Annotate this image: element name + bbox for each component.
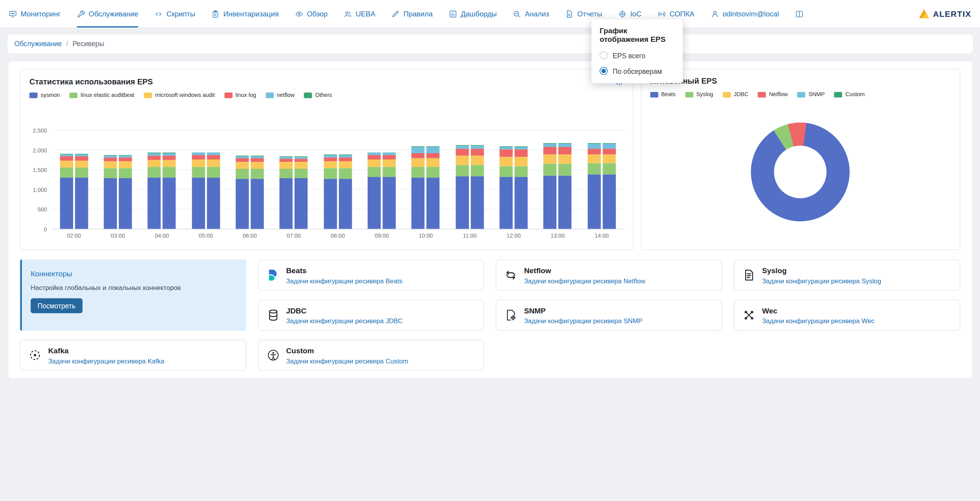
legend-label: Custom xyxy=(845,91,865,98)
y-axis-tick: 2,000 xyxy=(33,147,47,154)
bar-segment-linux-elastic-auditbeat xyxy=(339,168,352,179)
instant-legend: BeatsSyslogJDBCNetflowSNMPCustom xyxy=(650,91,951,98)
receiver-name: Netflow xyxy=(524,266,645,275)
user-menu[interactable]: odintsovim@local xyxy=(711,0,779,27)
nav-item-monitoring[interactable]: Мониторинг xyxy=(9,0,60,27)
stacked-bar xyxy=(339,131,352,229)
legend-label: Others xyxy=(315,92,332,98)
stacked-bar xyxy=(383,131,396,229)
breadcrumb-link-maintenance[interactable]: Обслуживание xyxy=(14,40,62,47)
report-icon xyxy=(565,10,574,18)
stacked-bar xyxy=(603,131,616,229)
usage-bars xyxy=(52,131,624,229)
nav-item-label: СОПКА xyxy=(670,10,694,18)
legend-item-custom[interactable]: Custom xyxy=(834,91,865,98)
nav-item-dashboards[interactable]: Дашборды xyxy=(449,0,497,27)
legend-item-beats[interactable]: Beats xyxy=(650,91,676,98)
legend-item-microsoft-windows-audit[interactable]: microsoft windows audit xyxy=(144,92,215,98)
legend-item-others[interactable]: Others xyxy=(304,92,332,98)
bar-group-10-00 xyxy=(404,131,448,229)
bar-segment-sysmon xyxy=(559,175,572,229)
x-axis-label: 11:00 xyxy=(448,233,492,239)
nav-item-label: IoC xyxy=(630,10,642,18)
top-nav-items: МониторингОбслуживаниеСкриптыИнвентариза… xyxy=(9,0,803,27)
popup-options: EPS всегоПо обсерверам xyxy=(599,51,674,75)
bar-segment-linux-elastic-auditbeat xyxy=(383,167,396,177)
legend-label: netflow xyxy=(277,92,295,98)
legend-item-sysmon[interactable]: sysmon xyxy=(29,92,60,98)
receiver-config-link[interactable]: Задачи конфигурации ресивера JDBC xyxy=(286,317,402,324)
x-axis-label: 03:00 xyxy=(96,233,140,239)
nav-item-label: Обслуживание xyxy=(89,10,138,18)
legend-label: Syslog xyxy=(696,91,713,98)
bar-segment-sysmon xyxy=(236,179,249,229)
bar-segment-linux-log xyxy=(236,158,249,162)
bar-segment-microsoft-windows-audit xyxy=(251,162,264,169)
nav-item-analysis[interactable]: Анализ xyxy=(513,0,549,27)
legend-item-linux-elastic-auditbeat[interactable]: linux elastic auditbeat xyxy=(70,92,135,98)
stacked-bar xyxy=(251,131,264,229)
legend-item-netflow[interactable]: netflow xyxy=(265,92,294,98)
radio-option-eps-всего[interactable]: EPS всего xyxy=(599,51,674,59)
bar-segment-linux-elastic-auditbeat xyxy=(236,169,249,179)
bar-segment-linux-log xyxy=(324,157,337,161)
receiver-config-link[interactable]: Задачи конфигурации ресивера SNMP xyxy=(524,317,642,324)
instant-eps-donut xyxy=(751,123,850,222)
beats-icon xyxy=(267,269,279,281)
receiver-config-link[interactable]: Задачи конфигурации ресивера Custom xyxy=(286,357,408,364)
bar-segment-netflow xyxy=(470,146,484,149)
bar-segment-linux-elastic-auditbeat xyxy=(515,166,528,177)
connectors-card: Коннекторы Настройка глобальных и локаль… xyxy=(20,259,246,331)
nav-item-scripts[interactable]: Скрипты xyxy=(155,0,195,27)
receiver-card-kafka: KafkaЗадачи конфигурации ресивера Kafka xyxy=(20,340,246,371)
layout-toggle[interactable] xyxy=(795,0,803,27)
bar-segment-sysmon xyxy=(603,175,616,229)
receiver-config-link[interactable]: Задачи конфигурации ресивера Beats xyxy=(286,277,402,284)
receiver-config-link[interactable]: Задачи конфигурации ресивера Kafka xyxy=(48,357,164,364)
nav-item-label: Правила xyxy=(403,10,433,18)
instant-eps-card: Мгновенный EPS BeatsSyslogJDBCNetflowSNM… xyxy=(640,69,960,250)
legend-item-linux-log[interactable]: linux log xyxy=(224,92,256,98)
nav-item-ueba[interactable]: UEBA xyxy=(344,0,376,27)
radio-icon[interactable] xyxy=(599,51,608,59)
usage-plot-column: 02:0003:0004:0005:0006:0007:0008:0009:00… xyxy=(52,131,624,239)
x-axis-label: 12:00 xyxy=(492,233,536,239)
legend-marker xyxy=(685,91,693,97)
radio-icon[interactable] xyxy=(599,67,608,75)
bar-segment-linux-elastic-auditbeat xyxy=(192,167,205,178)
stacked-bar xyxy=(163,131,176,229)
bar-segment-linux-log xyxy=(104,157,117,161)
bar-segment-linux-elastic-auditbeat xyxy=(603,163,616,175)
legend-label: SNMP xyxy=(808,91,825,98)
legend-item-netflow[interactable]: Netflow xyxy=(758,91,788,98)
x-axis-label: 10:00 xyxy=(404,233,448,239)
alertix-logo-icon xyxy=(919,8,930,20)
nav-item-overview[interactable]: Обзор xyxy=(295,0,328,27)
connectors-description: Настройка глобальных и локальных коннект… xyxy=(30,283,237,292)
bar-segment-microsoft-windows-audit xyxy=(119,161,132,168)
stacked-bar xyxy=(368,131,381,229)
broadcast-icon xyxy=(658,10,666,18)
nav-item-maintenance[interactable]: Обслуживание xyxy=(77,0,138,27)
legend-item-syslog[interactable]: Syslog xyxy=(685,91,713,98)
nav-item-label: Дашборды xyxy=(461,10,497,18)
connectors-link[interactable]: Коннекторы xyxy=(30,270,72,278)
custom-icon xyxy=(267,349,279,361)
nav-item-rules[interactable]: Правила xyxy=(392,0,433,27)
view-connectors-button[interactable]: Посмотреть xyxy=(30,298,82,313)
nav-item-inventory[interactable]: Инвентаризация xyxy=(211,0,279,27)
usage-eps-title: Статистика использования EPS xyxy=(29,77,153,86)
legend-item-jdbc[interactable]: JDBC xyxy=(722,91,748,98)
receiver-config-link[interactable]: Задачи конфигурации ресивера Syslog xyxy=(762,277,881,284)
bar-group-09-00 xyxy=(360,131,404,229)
stacked-bar xyxy=(324,131,337,229)
legend-item-snmp[interactable]: SNMP xyxy=(797,91,824,98)
receiver-config-link[interactable]: Задачи конфигурации ресивера Netflow xyxy=(524,277,645,284)
radio-option-по-обсерверам[interactable]: По обсерверам xyxy=(599,67,674,75)
receiver-config-link[interactable]: Задачи конфигурации ресивера Wec xyxy=(762,317,874,324)
receiver-card-body: SNMPЗадачи конфигурации ресивера SNMP xyxy=(524,306,642,324)
legend-label: linux elastic auditbeat xyxy=(80,92,134,98)
legend-marker xyxy=(834,91,842,97)
nav-item-label: Анализ xyxy=(525,10,549,18)
bar-segment-linux-elastic-auditbeat xyxy=(104,168,117,178)
